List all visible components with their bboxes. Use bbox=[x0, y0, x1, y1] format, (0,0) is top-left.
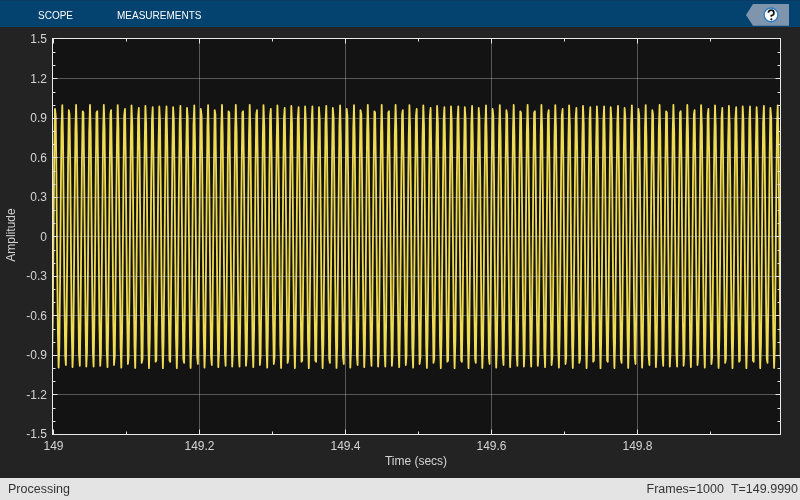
svg-text:149.8: 149.8 bbox=[622, 439, 652, 453]
svg-text:149.2: 149.2 bbox=[184, 439, 214, 453]
svg-text:0.6: 0.6 bbox=[30, 151, 47, 165]
svg-text:-1.2: -1.2 bbox=[26, 388, 47, 402]
svg-text:0.9: 0.9 bbox=[30, 111, 47, 125]
svg-text:0.3: 0.3 bbox=[30, 190, 47, 204]
svg-text:149.4: 149.4 bbox=[330, 439, 360, 453]
svg-text:149: 149 bbox=[43, 439, 63, 453]
svg-text:-0.9: -0.9 bbox=[26, 348, 47, 362]
svg-text:0: 0 bbox=[40, 230, 47, 244]
svg-text:1.2: 1.2 bbox=[30, 72, 47, 86]
svg-text:-0.6: -0.6 bbox=[26, 309, 47, 323]
svg-text:Time (secs): Time (secs) bbox=[385, 454, 447, 468]
svg-text:1.5: 1.5 bbox=[30, 32, 47, 46]
svg-text:149.6: 149.6 bbox=[476, 439, 506, 453]
svg-text:-0.3: -0.3 bbox=[26, 269, 47, 283]
svg-text:Amplitude: Amplitude bbox=[4, 208, 18, 262]
